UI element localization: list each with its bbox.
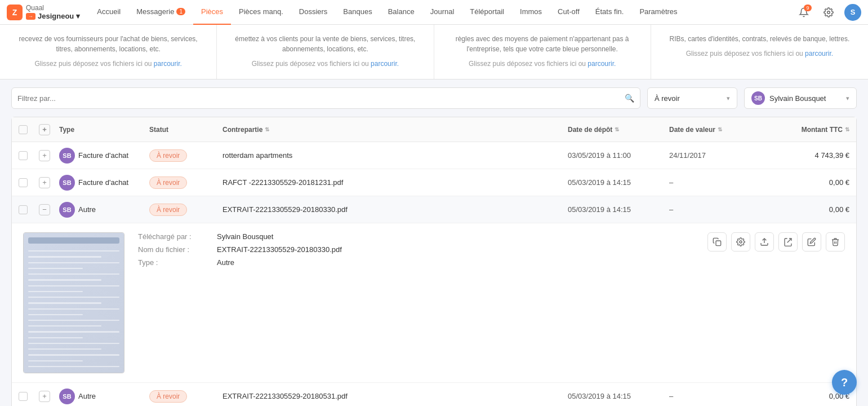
- row2-checkbox-cell: [19, 178, 39, 187]
- status-filter[interactable]: À revoir ▾: [647, 87, 737, 109]
- row4-contrepartie-cell: EXTRAIT-22213305529-20180531.pdf: [222, 392, 568, 400]
- browse-link-3[interactable]: parcourir.: [805, 50, 833, 58]
- row2-add-button[interactable]: +: [39, 177, 50, 188]
- nav-dossiers[interactable]: Dossiers: [291, 0, 336, 25]
- th-type: Type: [59, 126, 149, 134]
- filter-input-wrap[interactable]: 🔍: [11, 87, 640, 109]
- row3-collapse-button[interactable]: −: [39, 204, 50, 215]
- row3-date-valeur-cell: –: [669, 205, 759, 214]
- row2-add-cell: +: [39, 177, 59, 188]
- nav-pieces[interactable]: Pièces: [193, 0, 231, 25]
- table-row[interactable]: + SB Facture d'achat À revoir RAFCT -222…: [12, 169, 856, 196]
- th-checkbox: [19, 125, 39, 134]
- nav-cutoff[interactable]: Cut-off: [550, 0, 587, 25]
- user-filter[interactable]: SB Sylvain Bousquet ▾: [744, 87, 857, 109]
- delete-action-button[interactable]: [826, 232, 845, 251]
- nav-teleportail[interactable]: Téléportail: [462, 0, 512, 25]
- row2-contrepartie-cell: RAFCT -22213305529-20181231.pdf: [222, 178, 568, 187]
- upload-drop-3: Glissez puis déposez vos fichiers ici ou…: [662, 50, 857, 58]
- filter-input[interactable]: [17, 94, 625, 103]
- browse-link-2[interactable]: parcourir.: [587, 60, 616, 68]
- settings-action-button[interactable]: [731, 232, 750, 251]
- help-button[interactable]: ?: [832, 370, 857, 395]
- date-depot-sort-icon[interactable]: ⇅: [615, 126, 619, 133]
- table-row[interactable]: + SB Facture d'achat À revoir rotterdam …: [12, 142, 856, 169]
- row3-minus-cell: −: [39, 204, 59, 215]
- row1-add-cell: +: [39, 150, 59, 161]
- select-all-checkbox[interactable]: [19, 125, 28, 134]
- row4-avatar: SB: [59, 389, 75, 404]
- nav-accueil[interactable]: Accueil: [89, 0, 128, 25]
- uploaded-by-value: Sylvain Bousquet: [217, 232, 273, 241]
- user-avatar[interactable]: S: [844, 4, 861, 21]
- row2-checkbox[interactable]: [19, 178, 28, 187]
- date-valeur-sort-icon[interactable]: ⇅: [718, 126, 722, 133]
- upload-card-1[interactable]: émettez à vos clients pour la vente de b…: [217, 25, 434, 79]
- messagerie-badge: 1: [176, 8, 185, 15]
- row4-checkbox[interactable]: [19, 392, 28, 401]
- user-name[interactable]: → Jesigneou ▾: [26, 12, 80, 20]
- nav-journal[interactable]: Journal: [422, 0, 462, 25]
- upload-desc-1: émettez à vos clients pour la vente de b…: [228, 34, 422, 54]
- upload-section: recevez de vos fournisseurs pour l'achat…: [0, 25, 868, 80]
- logo-area[interactable]: Z Quaal → Jesigneou ▾: [7, 4, 80, 20]
- upload-drop-2: Glissez puis déposez vos fichiers ici ou…: [446, 60, 639, 68]
- row4-add-button[interactable]: +: [39, 391, 50, 402]
- upload-card-0[interactable]: recevez de vos fournisseurs pour l'achat…: [0, 25, 217, 79]
- table-row[interactable]: + SB Autre À revoir EXTRAIT-22213305529-…: [12, 383, 856, 406]
- row2-status-badge: À revoir: [149, 176, 187, 189]
- row3-status-cell: À revoir: [149, 204, 222, 216]
- upload-cards: recevez de vos fournisseurs pour l'achat…: [0, 25, 868, 79]
- settings-icon-btn[interactable]: [820, 3, 838, 21]
- row4-status-badge: À revoir: [149, 390, 187, 403]
- export-action-button[interactable]: [755, 232, 774, 251]
- upload-card-3[interactable]: RIBs, cartes d'identités, contrats, rele…: [651, 25, 868, 79]
- upload-desc-3: RIBs, cartes d'identités, contrats, rele…: [662, 34, 857, 44]
- table-header: + Type Statut Contrepartie ⇅ Date de dép…: [12, 117, 856, 142]
- browse-link-1[interactable]: parcourir.: [371, 60, 399, 68]
- row4-status-cell: À revoir: [149, 390, 222, 403]
- filename-row: Nom du fichier : EXTRAIT-22213305529-201…: [138, 245, 694, 254]
- nav-pieces-manq[interactable]: Pièces manq.: [231, 0, 291, 25]
- upload-drop-1: Glissez puis déposez vos fichiers ici ou…: [228, 60, 422, 68]
- expanded-info: Téléchargé par : Sylvain Bousquet Nom du…: [138, 232, 694, 373]
- type-label: Type :: [138, 258, 217, 267]
- uploaded-by-label: Téléchargé par :: [138, 232, 217, 241]
- row3-type-cell: SB Autre: [59, 202, 149, 218]
- status-chevron-icon: ▾: [727, 95, 730, 102]
- row4-type-cell: SB Autre: [59, 389, 149, 404]
- svg-point-2: [740, 241, 742, 243]
- nav-etats-fin[interactable]: États fin.: [587, 0, 632, 25]
- th-contrepartie: Contrepartie ⇅: [222, 126, 568, 134]
- nav-items: Accueil Messagerie 1 Pièces Pièces manq.…: [89, 0, 795, 25]
- upload-card-2[interactable]: règles avec des moyens de paiement n'app…: [434, 25, 651, 79]
- redirect-action-button[interactable]: [778, 232, 798, 251]
- montant-sort-icon[interactable]: ⇅: [845, 126, 849, 133]
- row4-montant-cell: 0,00 €: [759, 392, 849, 400]
- nav-balance[interactable]: Balance: [380, 0, 422, 25]
- nav-banques[interactable]: Banques: [335, 0, 380, 25]
- row1-add-button[interactable]: +: [39, 150, 50, 161]
- filename-label: Nom du fichier :: [138, 245, 217, 254]
- svg-point-0: [827, 11, 830, 14]
- add-row-button[interactable]: +: [39, 124, 50, 135]
- contrepartie-sort-icon[interactable]: ⇅: [265, 126, 269, 133]
- row1-date-valeur-cell: 24/11/2017: [669, 151, 759, 160]
- row2-date-depot-cell: 05/03/2019 à 14:15: [568, 178, 669, 187]
- nav-immos[interactable]: Immos: [512, 0, 550, 25]
- nav-messagerie[interactable]: Messagerie 1: [128, 0, 193, 25]
- logo-icon: Z: [7, 5, 23, 20]
- upload-desc-0: recevez de vos fournisseurs pour l'achat…: [11, 34, 205, 54]
- browse-link-0[interactable]: parcourir.: [154, 60, 182, 68]
- table-row[interactable]: − SB Autre À revoir EXTRAIT-22213305529-…: [12, 196, 856, 223]
- notifications-button[interactable]: 9: [795, 3, 813, 21]
- row3-checkbox-cell: [19, 205, 39, 214]
- row3-checkbox[interactable]: [19, 205, 28, 214]
- nav-parametres[interactable]: Paramètres: [631, 0, 685, 25]
- row1-checkbox[interactable]: [19, 151, 28, 160]
- upload-desc-2: règles avec des moyens de paiement n'app…: [446, 34, 639, 54]
- copy-action-button[interactable]: [707, 232, 727, 251]
- edit-action-button[interactable]: [802, 232, 821, 251]
- filter-row: 🔍 À revoir ▾ SB Sylvain Bousquet ▾: [0, 80, 868, 117]
- type-value: Autre: [217, 258, 234, 267]
